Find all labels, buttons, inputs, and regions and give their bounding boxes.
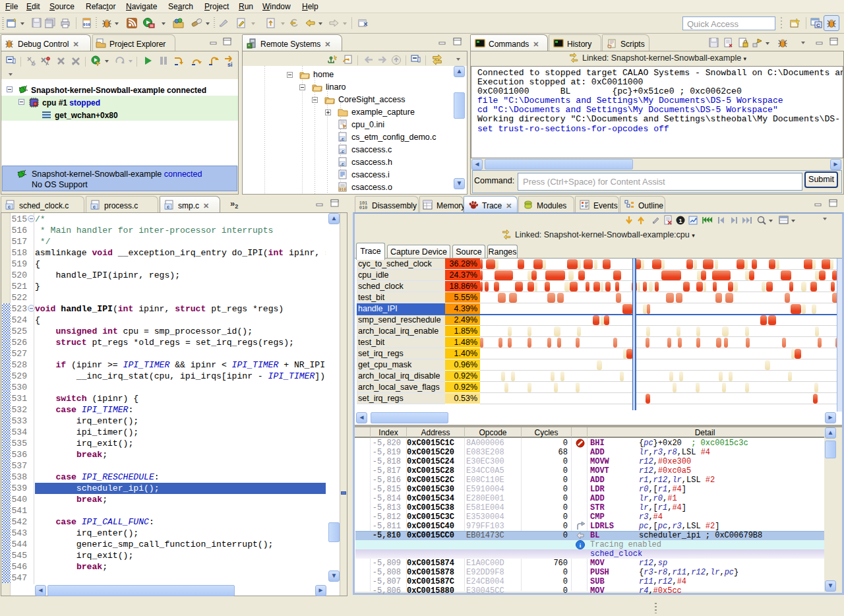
svg-text:010: 010 (340, 187, 346, 192)
svg-text:.c: .c (340, 149, 344, 154)
svg-text:1: 1 (678, 218, 682, 224)
svg-text:c: c (93, 204, 96, 210)
svg-text:si: si (227, 61, 233, 67)
svg-text:010: 010 (359, 205, 368, 210)
svg-text:.c: .c (340, 137, 344, 141)
svg-text:c: c (8, 204, 11, 210)
svg-text:C: C (816, 22, 820, 28)
svg-text:.c: .c (340, 162, 344, 166)
svg-text:c: c (167, 204, 169, 210)
svg-text:010: 010 (83, 22, 90, 27)
